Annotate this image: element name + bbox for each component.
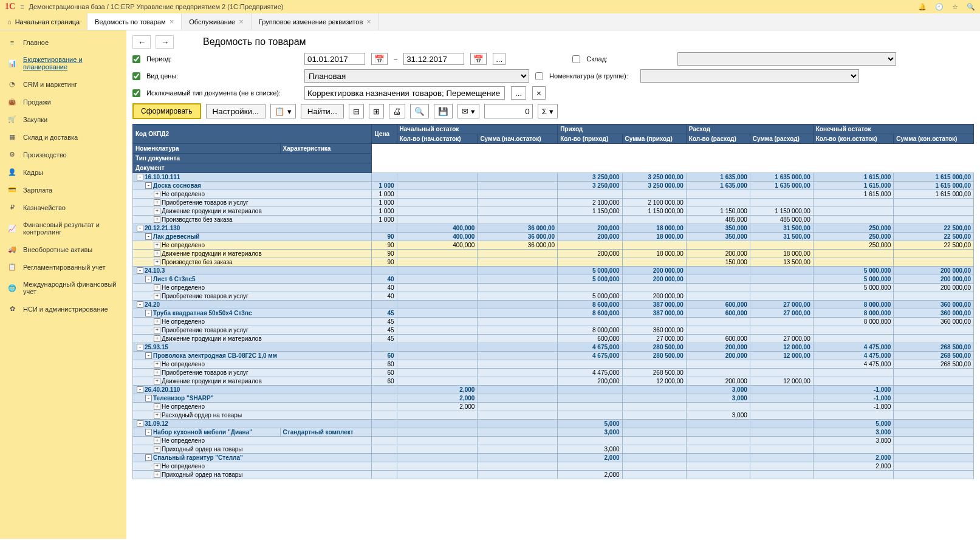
grid-row[interactable]: -24.208 600,000387 000,00600,00027 000,0… bbox=[133, 301, 974, 309]
grid-row[interactable]: -Спальный гарнитур "Стелла"2,0002,000 bbox=[133, 454, 974, 462]
sidebar-item[interactable]: ◔CRM и маркетинг bbox=[0, 75, 126, 93]
grid-row[interactable]: +Не определено604 475,000268 500,00 bbox=[133, 360, 974, 369]
grid-row[interactable]: +Приобретение товаров и услуг604 475,000… bbox=[133, 369, 974, 377]
precision-input[interactable] bbox=[484, 104, 533, 118]
sidebar-item[interactable]: 📋Регламентированный учет bbox=[0, 258, 126, 276]
expand-icon[interactable]: - bbox=[137, 174, 143, 180]
email-button[interactable]: ✉ ▾ bbox=[457, 104, 479, 118]
expand-icon[interactable]: + bbox=[154, 318, 160, 325]
grid-row[interactable]: +Движение продукции и материалов90200,00… bbox=[133, 250, 974, 258]
expand-icon[interactable]: + bbox=[154, 361, 160, 367]
sigma-button[interactable]: Σ ▾ bbox=[538, 104, 558, 118]
expand-icon[interactable]: - bbox=[145, 182, 152, 189]
expand-icon[interactable]: + bbox=[154, 242, 160, 248]
expand-icon[interactable]: + bbox=[154, 378, 160, 384]
calendar-icon[interactable]: 📅 bbox=[371, 53, 388, 65]
grid-row[interactable]: +Приобретение товаров и услуг458 000,000… bbox=[133, 326, 974, 335]
expand-icon[interactable]: - bbox=[145, 352, 152, 359]
generate-button[interactable]: Сформировать bbox=[132, 103, 201, 119]
expand-icon[interactable]: + bbox=[154, 327, 160, 333]
tab-service[interactable]: Обслуживание × bbox=[182, 13, 252, 30]
date-to[interactable] bbox=[403, 53, 464, 65]
expand-icon[interactable]: + bbox=[154, 471, 160, 478]
grid-row[interactable]: +Приобретение товаров и услуг405 000,000… bbox=[133, 292, 974, 301]
history-icon[interactable]: 🕘 bbox=[935, 3, 944, 11]
print-button[interactable]: 🖨 bbox=[389, 104, 405, 118]
expand-icon[interactable]: + bbox=[154, 446, 160, 453]
sidebar-item[interactable]: 🌐Международный финансовый учет bbox=[0, 276, 126, 300]
variants-button[interactable]: 📋 ▾ bbox=[270, 104, 296, 118]
grid-row[interactable]: +Движение продукции и материалов60200,00… bbox=[133, 377, 974, 386]
grid-row[interactable]: -Лист 6 Ст3пс5405 000,000200 000,005 000… bbox=[133, 275, 974, 284]
grid-row[interactable]: -26.40.20.1102,0003,000-1,000 bbox=[133, 386, 974, 394]
sidebar-item[interactable]: ⚙Производство bbox=[0, 146, 126, 163]
sidebar-item[interactable]: 🛒Закупки bbox=[0, 111, 126, 128]
expand-icon[interactable]: + bbox=[154, 412, 160, 419]
expand-icon[interactable]: + bbox=[154, 463, 160, 470]
period-picker-button[interactable]: ... bbox=[493, 53, 505, 65]
tab-home[interactable]: ⌂ Начальная страница bbox=[0, 13, 87, 30]
expand-icon[interactable]: - bbox=[137, 225, 143, 231]
grid-row[interactable]: +Приходный ордер на товары3,000 bbox=[133, 445, 974, 454]
expand-icon[interactable]: - bbox=[137, 386, 143, 393]
star-icon[interactable]: ☆ bbox=[952, 3, 958, 11]
sidebar-item[interactable]: ≡Главное bbox=[0, 34, 126, 51]
sidebar-item[interactable]: 👤Кадры bbox=[0, 163, 126, 181]
preview-button[interactable]: 🔍 bbox=[410, 104, 429, 118]
expand-button[interactable]: ⊞ bbox=[369, 104, 384, 118]
sidebar-item[interactable]: ✿НСИ и администрирование bbox=[0, 300, 126, 318]
find-button[interactable]: Найти... bbox=[301, 104, 344, 118]
tab-group-edit[interactable]: Групповое изменение реквизитов × bbox=[252, 13, 379, 30]
expand-icon[interactable]: - bbox=[145, 429, 152, 436]
bell-icon[interactable]: 🔔 bbox=[918, 3, 927, 11]
grid-row[interactable]: -24.10.35 000,000200 000,005 000,000200 … bbox=[133, 267, 974, 275]
grid-row[interactable]: +Расходный ордер на товары3,000 bbox=[133, 411, 974, 420]
grid-row[interactable]: +Не определено1 0001 615,0001 615 000,00 bbox=[133, 190, 974, 199]
grid-row[interactable]: -Лак древесный90400,00036 000,00200,0001… bbox=[133, 233, 974, 241]
collapse-button[interactable]: ⊟ bbox=[349, 104, 364, 118]
search-icon[interactable]: 🔍 bbox=[967, 3, 975, 11]
expand-icon[interactable]: + bbox=[154, 191, 160, 197]
grid-row[interactable]: +Движение продукции и материалов45600,00… bbox=[133, 335, 974, 343]
grid-row[interactable]: +Приобретение товаров и услуг1 0002 100,… bbox=[133, 199, 974, 207]
expand-icon[interactable]: + bbox=[154, 293, 160, 299]
menu-icon[interactable]: ≡ bbox=[20, 3, 24, 10]
nomenclature-checkbox[interactable] bbox=[535, 72, 543, 80]
expand-icon[interactable]: - bbox=[145, 454, 152, 461]
close-icon[interactable]: × bbox=[366, 17, 371, 26]
grid-row[interactable]: -16.10.10.1113 250,0003 250 000,001 635,… bbox=[133, 173, 974, 182]
grid-row[interactable]: -25.93.154 675,000280 500,00200,00012 00… bbox=[133, 343, 974, 352]
sidebar-item[interactable]: 📊Бюджетирование и планирование bbox=[0, 51, 126, 75]
grid-row[interactable]: -Проволока электродная СВ-08Г2С 1,0 мм60… bbox=[133, 352, 974, 360]
expand-icon[interactable]: + bbox=[154, 335, 160, 342]
grid-row[interactable]: +Производство без заказа1 000485,000485 … bbox=[133, 216, 974, 224]
excluded-picker[interactable]: ... bbox=[511, 86, 526, 100]
grid-row[interactable]: -Доска сосновая1 0003 250,0003 250 000,0… bbox=[133, 182, 974, 190]
grid-row[interactable]: +Не определено2,000-1,000 bbox=[133, 403, 974, 411]
expand-icon[interactable]: - bbox=[137, 301, 143, 308]
period-checkbox[interactable] bbox=[132, 55, 140, 63]
expand-icon[interactable]: + bbox=[154, 403, 160, 410]
nomenclature-select[interactable] bbox=[640, 69, 859, 83]
sidebar-item[interactable]: 🚚Внеоборотные активы bbox=[0, 241, 126, 258]
grid-row[interactable]: -Труба квадратная 50х50х4 Ст3пс458 600,0… bbox=[133, 309, 974, 318]
expand-icon[interactable]: + bbox=[154, 259, 160, 265]
expand-icon[interactable]: + bbox=[154, 216, 160, 223]
excluded-clear[interactable]: × bbox=[532, 86, 546, 100]
tab-report[interactable]: Ведомость по товарам × bbox=[87, 13, 182, 30]
date-from[interactable] bbox=[304, 53, 365, 65]
expand-icon[interactable]: - bbox=[137, 267, 143, 274]
pricetype-checkbox[interactable] bbox=[132, 72, 140, 80]
grid-row[interactable]: -31.09.125,0005,000 bbox=[133, 420, 974, 428]
grid-row[interactable]: -Телевизор "SHARP"2,0003,000-1,000 bbox=[133, 394, 974, 403]
expand-icon[interactable]: - bbox=[145, 310, 152, 316]
warehouse-checkbox[interactable] bbox=[572, 55, 580, 63]
excluded-checkbox[interactable] bbox=[132, 89, 140, 97]
grid-row[interactable]: +Не определено2,000 bbox=[133, 462, 974, 471]
calendar-icon[interactable]: 📅 bbox=[470, 53, 487, 65]
grid-row[interactable]: +Не определено3,000 bbox=[133, 437, 974, 445]
expand-icon[interactable]: - bbox=[145, 395, 152, 402]
warehouse-select[interactable] bbox=[677, 52, 896, 66]
save-button[interactable]: 💾 bbox=[434, 104, 453, 118]
sidebar-item[interactable]: ₽Казначейство bbox=[0, 199, 126, 216]
